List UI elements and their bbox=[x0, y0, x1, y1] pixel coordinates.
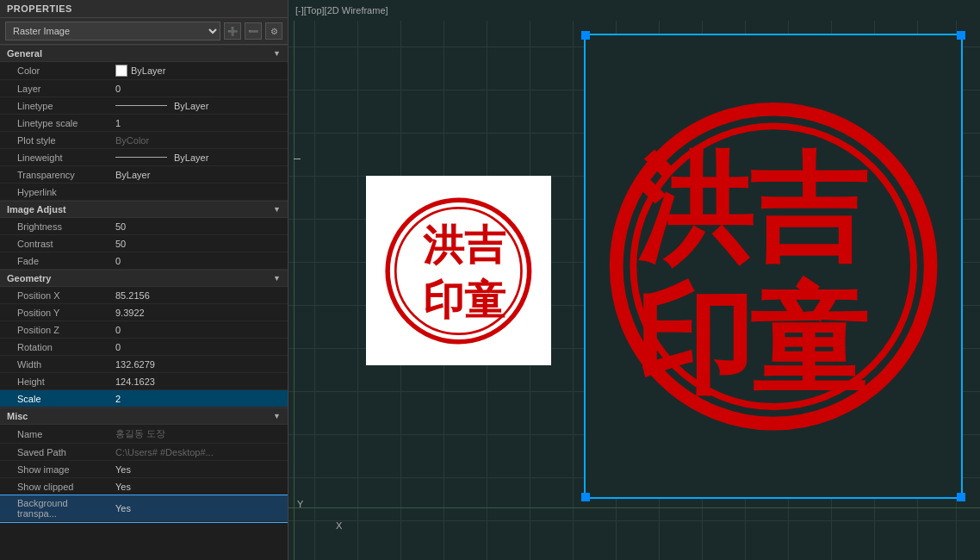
prop-saved-path-value: C:\Users# #Desktop#... bbox=[112, 444, 288, 460]
svg-text:洪吉: 洪吉 bbox=[423, 222, 506, 267]
large-stamp-container: 洪吉 印童 bbox=[584, 34, 963, 499]
prop-pos-x[interactable]: Position X 85.2156 bbox=[0, 287, 288, 304]
prop-transparency-value: ByLayer bbox=[112, 166, 288, 183]
section-geometry[interactable]: Geometry ▼ bbox=[0, 270, 288, 287]
section-general[interactable]: General ▼ bbox=[0, 45, 288, 62]
prop-saved-path[interactable]: Saved Path C:\Users# #Desktop#... bbox=[0, 444, 288, 461]
prop-contrast-value: 50 bbox=[112, 235, 288, 252]
prop-rotation-value: 0 bbox=[112, 339, 288, 355]
svg-text:印童: 印童 bbox=[635, 274, 868, 407]
linetype-line-icon bbox=[115, 105, 167, 106]
section-image-adjust-label: Image Adjust bbox=[7, 204, 66, 215]
chevron-down-icon-3: ▼ bbox=[273, 274, 281, 283]
canvas: [-][Top][2D Wireframe] bbox=[288, 0, 980, 560]
type-row: Raster Image ➕ ➖ ⚙ bbox=[0, 18, 288, 45]
prop-show-clipped-label: Show clipped bbox=[0, 478, 112, 495]
prop-color-label: Color bbox=[0, 62, 112, 79]
prop-width-label: Width bbox=[0, 356, 112, 372]
prop-contrast-label: Contrast bbox=[0, 235, 112, 252]
prop-fade[interactable]: Fade 0 bbox=[0, 252, 288, 270]
prop-pos-z-value: 0 bbox=[112, 321, 288, 338]
prop-bg-transparency[interactable]: Background transpa... Yes bbox=[0, 495, 288, 522]
prop-linetype-label: Linetype bbox=[0, 97, 112, 114]
chevron-down-icon-2: ▼ bbox=[273, 205, 281, 214]
prop-fade-value: 0 bbox=[112, 252, 288, 269]
stamp-svg-small: 洪吉 印童 bbox=[380, 190, 537, 352]
prop-hyperlink-label: Hyperlink bbox=[0, 184, 112, 200]
prop-name[interactable]: Name 홍길동 도장 bbox=[0, 425, 288, 444]
prop-pos-y-label: Position Y bbox=[0, 304, 112, 320]
prop-linetype-scale-label: Linetype scale bbox=[0, 115, 112, 131]
prop-show-image-label: Show image bbox=[0, 461, 112, 477]
prop-height[interactable]: Height 124.1623 bbox=[0, 373, 288, 390]
canvas-area[interactable]: Y X 洪吉 印童 bbox=[288, 21, 980, 560]
prop-lineweight[interactable]: Lineweight ByLayer bbox=[0, 149, 288, 166]
prop-layer-label: Layer bbox=[0, 80, 112, 96]
axis-h-line bbox=[288, 507, 980, 508]
large-stamp-bg: 洪吉 印童 bbox=[586, 35, 961, 497]
prop-transparency[interactable]: Transparency ByLayer bbox=[0, 166, 288, 184]
prop-saved-path-label: Saved Path bbox=[0, 444, 112, 460]
prop-height-label: Height bbox=[0, 373, 112, 389]
prop-pos-y[interactable]: Position Y 9.3922 bbox=[0, 304, 288, 321]
prop-brightness[interactable]: Brightness 50 bbox=[0, 218, 288, 235]
type-select[interactable]: Raster Image bbox=[5, 22, 220, 40]
section-image-adjust[interactable]: Image Adjust ▼ bbox=[0, 201, 288, 218]
prop-plot-style-value: ByColor bbox=[112, 132, 288, 148]
prop-name-value: 홍길동 도장 bbox=[112, 425, 288, 443]
axis-v-line bbox=[294, 21, 295, 560]
settings-icon[interactable]: ⚙ bbox=[265, 22, 282, 40]
prop-plot-style-label: Plot style bbox=[0, 132, 112, 148]
properties-panel: PROPERTIES Raster Image ➕ ➖ ⚙ General ▼ … bbox=[0, 0, 288, 560]
prop-plot-style[interactable]: Plot style ByColor bbox=[0, 132, 288, 149]
prop-name-label: Name bbox=[0, 425, 112, 443]
prop-color[interactable]: Color ByLayer bbox=[0, 62, 288, 80]
properties-body: General ▼ Color ByLayer Layer 0 Linetype… bbox=[0, 45, 288, 560]
prop-show-image[interactable]: Show image Yes bbox=[0, 461, 288, 478]
lineweight-line-icon bbox=[115, 157, 167, 158]
section-misc-label: Misc bbox=[7, 411, 28, 421]
prop-brightness-label: Brightness bbox=[0, 218, 112, 234]
handle-bl[interactable] bbox=[581, 493, 590, 501]
x-axis-label: X bbox=[336, 520, 342, 531]
prop-layer[interactable]: Layer 0 bbox=[0, 80, 288, 97]
prop-brightness-value: 50 bbox=[112, 218, 288, 234]
prop-show-clipped-value: Yes bbox=[112, 478, 288, 495]
prop-linetype-value: ByLayer bbox=[112, 97, 288, 114]
prop-scale-label: Scale bbox=[0, 390, 112, 407]
color-swatch bbox=[115, 65, 127, 77]
handle-br[interactable] bbox=[957, 493, 965, 501]
crosshair-h bbox=[294, 159, 301, 159]
remove-icon[interactable]: ➖ bbox=[245, 22, 262, 40]
prop-contrast[interactable]: Contrast 50 bbox=[0, 235, 288, 252]
prop-bg-transparency-value: Yes bbox=[112, 495, 288, 521]
handle-tl[interactable] bbox=[581, 31, 590, 40]
stamp-svg-large: 洪吉 印童 bbox=[605, 59, 942, 474]
prop-color-value: ByLayer bbox=[112, 62, 288, 79]
chevron-down-icon-4: ▼ bbox=[273, 412, 281, 420]
prop-pos-y-value: 9.3922 bbox=[112, 304, 288, 320]
prop-bg-transparency-label: Background transpa... bbox=[0, 495, 112, 521]
prop-layer-value: 0 bbox=[112, 80, 288, 96]
handle-tr[interactable] bbox=[957, 31, 965, 40]
section-geometry-label: Geometry bbox=[7, 273, 51, 283]
svg-text:印童: 印童 bbox=[423, 276, 506, 322]
prop-show-clipped[interactable]: Show clipped Yes bbox=[0, 478, 288, 495]
prop-linetype-scale[interactable]: Linetype scale 1 bbox=[0, 115, 288, 132]
prop-scale[interactable]: Scale 2 bbox=[0, 390, 288, 408]
add-icon[interactable]: ➕ bbox=[224, 22, 241, 40]
grid-line bbox=[357, 21, 358, 560]
y-axis-label: Y bbox=[297, 499, 303, 509]
prop-hyperlink[interactable]: Hyperlink bbox=[0, 184, 288, 201]
chevron-down-icon: ▼ bbox=[273, 49, 281, 58]
prop-width[interactable]: Width 132.6279 bbox=[0, 356, 288, 373]
prop-lineweight-value: ByLayer bbox=[112, 149, 288, 165]
prop-rotation[interactable]: Rotation 0 bbox=[0, 339, 288, 356]
prop-pos-x-value: 85.2156 bbox=[112, 287, 288, 303]
prop-pos-z[interactable]: Position Z 0 bbox=[0, 321, 288, 339]
grid-line bbox=[573, 21, 574, 560]
small-stamp: 洪吉 印童 bbox=[366, 176, 551, 365]
prop-lineweight-label: Lineweight bbox=[0, 149, 112, 165]
prop-linetype[interactable]: Linetype ByLayer bbox=[0, 97, 288, 115]
section-misc[interactable]: Misc ▼ bbox=[0, 408, 288, 425]
